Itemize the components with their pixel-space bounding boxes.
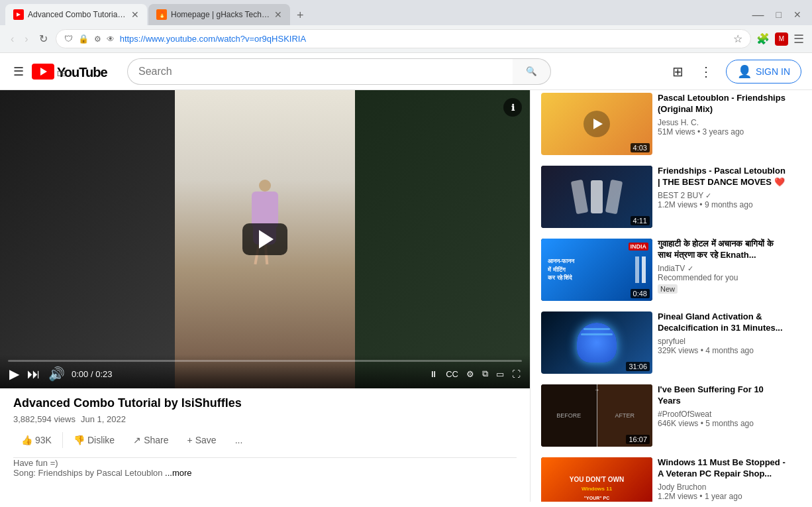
- theater-button[interactable]: ▭: [495, 368, 505, 380]
- sign-in-button[interactable]: 👤 SIGN IN: [726, 60, 801, 84]
- sidebar-thumb-4: 31:06: [541, 311, 652, 374]
- save-label: Save: [195, 435, 217, 445]
- next-button[interactable]: ⏭: [26, 365, 42, 383]
- autoplay-button[interactable]: ⏸: [428, 368, 439, 380]
- addon-icon[interactable]: M: [775, 32, 788, 46]
- verified-icon-3: ✓: [687, 264, 693, 272]
- active-tab[interactable]: Advanced Combo Tutorial by Is... ✕: [5, 4, 147, 25]
- list-item[interactable]: INDIA आनन-फाननमें मीटिंगकर रहे शिंदे 0:4…: [538, 236, 788, 304]
- header-actions: ⊞ ⋮ 👤 SIGN IN: [670, 60, 801, 84]
- sidebar-channel-3: IndiaTV ✓: [658, 264, 786, 273]
- forward-button[interactable]: ›: [22, 30, 30, 48]
- sidebar-recommended-3: Recommended for you: [658, 273, 786, 282]
- video-meta: 3,882,594 views Jun 1, 2022: [13, 414, 517, 424]
- refresh-button[interactable]: ↻: [36, 30, 50, 48]
- more-icon: ...: [235, 435, 243, 445]
- search-box: [127, 58, 513, 85]
- fire-favicon: 🔥: [156, 9, 167, 20]
- progress-bar[interactable]: [8, 360, 522, 362]
- duration-3: 0:48: [631, 289, 650, 298]
- right-controls: ⏸ CC ⚙ ⧉ ▭ ⛶: [428, 367, 522, 380]
- list-item[interactable]: 4:03 Pascal Letoublon - Friendships (Ori…: [538, 90, 788, 158]
- sidebar-channel-2: BEST 2 BUY ✓: [658, 191, 786, 200]
- browser-actions: 🧩 M ☰: [756, 32, 804, 46]
- play-icon-large: [259, 230, 274, 249]
- sidebar-info-1: Pascal Letoublon - Friendships (Original…: [658, 93, 786, 155]
- fullscreen-button[interactable]: ⛶: [511, 368, 522, 380]
- maximize-button[interactable]: □: [771, 7, 787, 23]
- duration-4: 31:06: [626, 362, 650, 371]
- share-label: Share: [144, 435, 168, 445]
- sidebar-title-2: Friendships - Pascal Letoublon | THE BES…: [658, 166, 786, 188]
- share-icon: ↗: [133, 435, 141, 445]
- new-tab-button[interactable]: +: [291, 6, 309, 25]
- extensions-icon[interactable]: 🧩: [756, 32, 770, 45]
- more-link[interactable]: ...more: [165, 468, 191, 478]
- save-icon: +: [187, 435, 193, 445]
- video-section: ℹ ▶ ⏭ 🔊 0:00 / 0:23: [0, 90, 530, 502]
- settings-button[interactable]: ⚙: [465, 368, 476, 380]
- search-button[interactable]: 🔍: [513, 58, 551, 85]
- sidebar-channel-1: Jesus H. C.: [658, 118, 786, 127]
- shield-icon: 🛡: [64, 34, 73, 44]
- sidebar-info-5: I've Been Suffering For 10 Years #ProofO…: [658, 384, 786, 447]
- sidebar-thumb-2: 4:11: [541, 166, 652, 228]
- sidebar-thumb-3: INDIA आनन-फाननमें मीटिंगकर रहे शिंदे 0:4…: [541, 239, 652, 301]
- video-player: ℹ ▶ ⏭ 🔊 0:00 / 0:23: [0, 90, 530, 388]
- list-item[interactable]: YOU DON'T OWNWindows 11"YOUR" PC Windows…: [538, 455, 788, 502]
- url-text: https://www.youtube.com/watch?v=or9qHSKI…: [120, 34, 728, 44]
- more-button[interactable]: ...: [227, 429, 251, 451]
- yt-logo-icon: [32, 64, 54, 80]
- sidebar-channel-4: spryfuel: [658, 337, 786, 346]
- minimize-button[interactable]: —: [747, 5, 770, 25]
- list-item[interactable]: BEFORE AFTER → 16:07 I've Been Suffering…: [538, 382, 788, 449]
- bookmark-icon[interactable]: ☆: [733, 32, 742, 45]
- youtube-header: ☰ YouTube DE 🔍 ⊞ ⋮ 👤 SIGN IN: [0, 53, 812, 90]
- sidebar-views-4: 329K views • 4 months ago: [658, 346, 786, 355]
- share-button[interactable]: ↗ Share: [125, 429, 176, 451]
- duration-1: 4:03: [631, 143, 650, 152]
- play-pause-button[interactable]: ▶: [8, 365, 21, 383]
- more-options-button[interactable]: ⋮: [697, 61, 715, 82]
- like-button[interactable]: 👍 93K: [13, 429, 60, 451]
- sidebar-views-1: 51M views • 3 years ago: [658, 127, 786, 137]
- tab-close-1[interactable]: ✕: [131, 9, 139, 20]
- inactive-tab[interactable]: 🔥 Homepage | gHacks Technolog... ✕: [148, 4, 290, 25]
- sidebar-channel-6: Jody Bruchon: [658, 482, 786, 492]
- song-info: Song: Friendships by Pascal Letoublon ..…: [13, 468, 517, 478]
- sidebar-title-6: Windows 11 Must Be Stopped - A Veteran P…: [658, 457, 786, 480]
- yt-favicon: [13, 9, 24, 20]
- miniplayer-button[interactable]: ⧉: [481, 367, 489, 380]
- thumbs-up-icon: 👍: [21, 435, 32, 445]
- sidebar-thumb-5: BEFORE AFTER → 16:07: [541, 384, 652, 447]
- save-button[interactable]: + Save: [179, 429, 225, 451]
- security-icon2: ⚙: [94, 34, 101, 44]
- lock-icon: 🔒: [78, 34, 89, 44]
- tab-close-2[interactable]: ✕: [274, 9, 282, 20]
- close-button[interactable]: ✕: [788, 7, 807, 23]
- sidebar: 4:03 Pascal Letoublon - Friendships (Ori…: [530, 90, 796, 502]
- new-badge-3: New: [658, 282, 786, 294]
- dislike-button[interactable]: 👎 Dislike: [66, 429, 123, 451]
- browser-chrome: Advanced Combo Tutorial by Is... ✕ 🔥 Hom…: [0, 0, 812, 53]
- description-text: Have fun =): [13, 458, 58, 468]
- sidebar-title-3: गुवाहाटी के होटल में अचानक बागियों के सा…: [658, 239, 786, 261]
- video-info: Advanced Combo Tutorial by IsiShuffles 3…: [0, 388, 530, 486]
- list-item[interactable]: 4:11 Friendships - Pascal Letoublon | TH…: [538, 163, 788, 231]
- menu-icon[interactable]: ☰: [793, 32, 804, 46]
- list-item[interactable]: 31:06 Pineal Gland Activation & Decalcif…: [538, 309, 788, 376]
- subtitles-button[interactable]: CC: [444, 368, 460, 380]
- sidebar-thumb-1: 4:03: [541, 93, 652, 155]
- play-button-large[interactable]: [242, 223, 287, 255]
- address-bar[interactable]: 🛡 🔒 ⚙ 👁 https://www.youtube.com/watch?v=…: [56, 29, 751, 48]
- youtube-logo[interactable]: YouTube DE: [32, 64, 107, 80]
- sidebar-channel-5: #ProofOfSweat: [658, 410, 786, 419]
- volume-button[interactable]: 🔊: [47, 365, 66, 383]
- apps-button[interactable]: ⊞: [670, 61, 686, 82]
- search-input[interactable]: [138, 66, 502, 78]
- video-description: Have fun =): [13, 458, 517, 468]
- hamburger-button[interactable]: ☰: [11, 62, 26, 82]
- duration-2: 4:11: [631, 216, 650, 225]
- video-title: Advanced Combo Tutorial by IsiShuffles: [13, 396, 517, 410]
- back-button[interactable]: ‹: [8, 30, 17, 48]
